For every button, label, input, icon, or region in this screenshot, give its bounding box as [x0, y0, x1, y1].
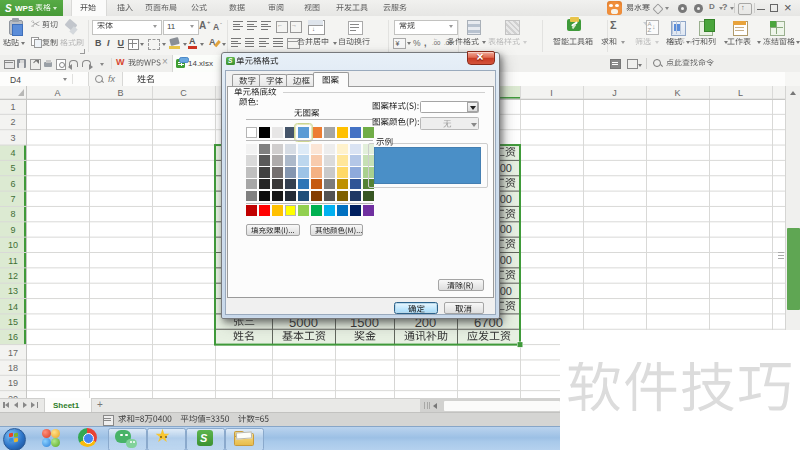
svg-text:12: 12 [8, 271, 18, 281]
svg-text:16: 16 [8, 332, 18, 342]
svg-text:10: 10 [8, 240, 18, 250]
svg-text:7: 7 [10, 194, 15, 204]
svg-text:14: 14 [8, 302, 18, 312]
svg-text:1: 1 [10, 102, 15, 112]
svg-text:6: 6 [10, 179, 15, 189]
svg-text:18: 18 [8, 363, 18, 373]
svg-text:I: I [550, 88, 553, 98]
svg-text:11: 11 [8, 256, 17, 266]
svg-text:17: 17 [8, 348, 18, 358]
svg-text:19: 19 [8, 378, 18, 388]
svg-text:B: B [117, 88, 123, 98]
svg-text:8: 8 [10, 209, 15, 219]
svg-text:3: 3 [10, 133, 15, 143]
svg-text:5: 5 [10, 163, 15, 173]
svg-text:4: 4 [10, 148, 15, 158]
svg-text:15: 15 [8, 317, 18, 327]
svg-text:13: 13 [8, 286, 18, 296]
svg-text:A: A [54, 88, 60, 98]
svg-text:2: 2 [10, 117, 15, 127]
svg-text:J: J [612, 88, 617, 98]
svg-text:L: L [738, 88, 743, 98]
svg-text:C: C [180, 88, 187, 98]
svg-text:9: 9 [10, 225, 15, 235]
svg-text:K: K [674, 88, 680, 98]
